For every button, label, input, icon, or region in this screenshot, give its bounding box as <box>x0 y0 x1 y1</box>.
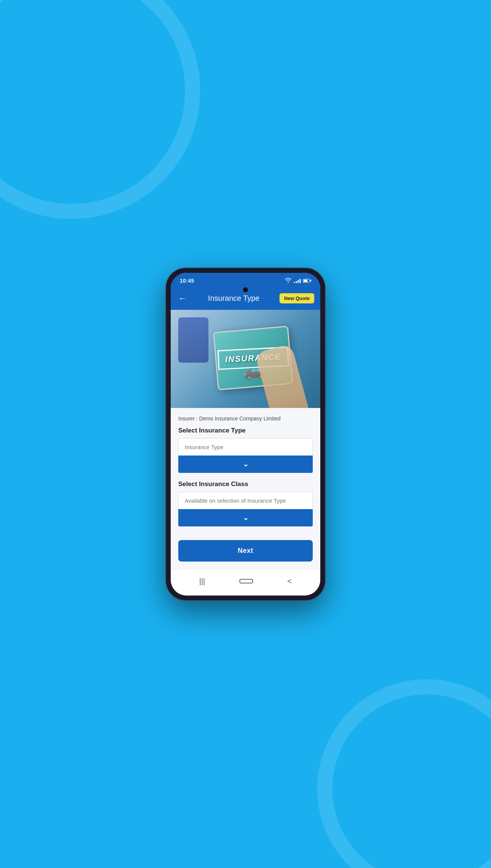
insurance-type-section: Select Insurance Type ⌄ <box>178 427 313 473</box>
insurance-type-input[interactable] <box>178 438 313 456</box>
app-title: Insurance Type <box>188 294 279 303</box>
status-icons <box>285 278 311 284</box>
back-nav-button[interactable]: < <box>280 575 300 588</box>
phone-frame: 10:45 <box>166 268 325 600</box>
insurance-class-section: Select Insurance Class ⌄ <box>178 480 313 526</box>
insurance-class-dropdown: ⌄ <box>178 492 313 526</box>
status-bar: 10:45 <box>171 273 320 287</box>
menu-nav-button[interactable]: ||| <box>191 575 213 588</box>
insurance-type-chevron-button[interactable]: ⌄ <box>178 456 313 473</box>
insurance-type-dropdown: ⌄ <box>178 438 313 473</box>
hero-image: 🚗 INSURANCE <box>171 310 320 408</box>
chevron-down-icon: ⌄ <box>243 460 249 468</box>
insurance-type-label: Select Insurance Type <box>178 427 313 434</box>
person-bg <box>178 317 208 363</box>
hand-overlay <box>255 343 310 408</box>
chevron-down-icon-2: ⌄ <box>243 514 249 522</box>
insurer-label: Insurer : Demo Insurance Company Limited <box>178 416 313 422</box>
phone-screen: 10:45 <box>171 273 320 596</box>
phone-wrapper: 10:45 <box>166 268 325 600</box>
status-time: 10:45 <box>180 278 194 284</box>
bottom-nav: ||| < <box>171 569 320 596</box>
wifi-icon <box>285 278 292 284</box>
insurance-class-input[interactable] <box>178 492 313 509</box>
back-button[interactable]: ← <box>177 292 188 305</box>
signal-icon <box>294 278 301 283</box>
content-area: Insurer : Demo Insurance Company Limited… <box>171 408 320 569</box>
next-button[interactable]: Next <box>178 540 313 562</box>
insurance-class-chevron-button[interactable]: ⌄ <box>178 509 313 526</box>
insurance-class-label: Select Insurance Class <box>178 480 313 488</box>
camera-notch <box>243 287 248 292</box>
home-nav-button[interactable] <box>239 579 253 583</box>
battery-icon <box>303 279 311 283</box>
new-quote-button[interactable]: New Quote <box>279 293 314 303</box>
